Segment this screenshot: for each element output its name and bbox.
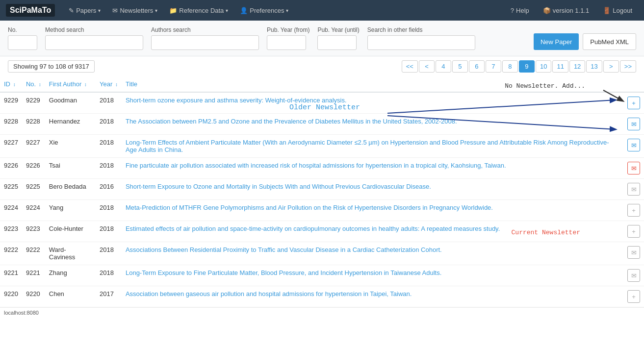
page-btn-12[interactable]: 12: [569, 60, 585, 73]
page-btn-11[interactable]: 11: [552, 60, 568, 73]
sort-icon-id: ↕: [13, 82, 16, 87]
col-no[interactable]: No. ↕: [22, 76, 45, 92]
nav-help[interactable]: ? Help: [505, 0, 535, 21]
nav-preferences[interactable]: 👤 Preferences ▾: [234, 0, 294, 21]
cell-title[interactable]: Associations Between Residential Proximi…: [122, 242, 623, 265]
table-row: 9223 9223 Cole-Hunter 2018 Estimated eff…: [0, 221, 644, 242]
table-row: 9225 9225 Bero Bedada 2016 Short-term Ex…: [0, 179, 644, 200]
pub-year-until-input[interactable]: [317, 35, 357, 50]
sort-icon-author: ↕: [84, 82, 87, 87]
nav-papers[interactable]: ✎ Papers ▾: [63, 0, 106, 21]
title-link[interactable]: Long-Term Effects of Ambient Particulate…: [126, 139, 609, 153]
method-input[interactable]: [45, 35, 143, 50]
page-btn-8[interactable]: 8: [502, 60, 518, 73]
cell-author: Xie: [45, 135, 96, 158]
add-icon[interactable]: +: [627, 290, 640, 303]
cell-id: 9226: [0, 158, 22, 179]
cell-year: 2018: [96, 158, 122, 179]
cell-title[interactable]: Meta-Prediction of MTHFR Gene Polymorphi…: [122, 200, 623, 221]
mail-icon[interactable]: ✉: [627, 162, 640, 174]
page-btn-7[interactable]: 7: [486, 60, 501, 73]
cell-title[interactable]: Fine particulate air pollution associate…: [122, 158, 623, 179]
pubmed-xml-button[interactable]: PubMed XML: [583, 33, 636, 50]
cell-title[interactable]: Long-Term Effects of Ambient Particulate…: [122, 135, 623, 158]
page-btn-5[interactable]: 5: [452, 60, 468, 73]
other-search-input[interactable]: [367, 35, 475, 50]
cell-year: 2018: [96, 221, 122, 242]
table-section: ID ↕ No. ↕ First Author ↕ Year ↕ Title 9…: [0, 76, 644, 307]
other-search-group: Search in other fields: [367, 26, 475, 50]
cell-no: 9225: [22, 179, 45, 200]
navbar-right: ? Help 📦 version 1.1.1 🚪 Logout: [505, 0, 638, 21]
title-link[interactable]: Association between gaseous air pollutio…: [126, 290, 412, 297]
cell-action: +: [623, 200, 644, 221]
cell-no: 9229: [22, 92, 45, 114]
page-btn->[interactable]: >: [603, 60, 619, 73]
cell-author: Goodman: [45, 92, 96, 114]
cell-no: 9220: [22, 286, 45, 307]
page-btn-10[interactable]: 10: [536, 60, 551, 73]
title-link[interactable]: The Association between PM2.5 and Ozone …: [126, 118, 457, 125]
col-year[interactable]: Year ↕: [96, 76, 122, 92]
cell-year: 2017: [96, 286, 122, 307]
add-icon[interactable]: +: [627, 225, 640, 238]
cell-title[interactable]: The Association between PM2.5 and Ozone …: [122, 114, 623, 135]
cell-action: ✉: [623, 135, 644, 158]
cell-title[interactable]: Long-Term Exposure to Fine Particulate M…: [122, 265, 623, 286]
nav-logout[interactable]: 🚪 Logout: [597, 0, 638, 21]
page-btn-6[interactable]: 6: [469, 60, 485, 73]
method-group: Method search: [45, 26, 143, 50]
cell-title[interactable]: Association between gaseous air pollutio…: [122, 286, 623, 307]
col-first-author[interactable]: First Author ↕: [45, 76, 96, 92]
newsletter-icon: ✉: [112, 7, 118, 14]
brand[interactable]: SciPaMaTo: [6, 4, 55, 17]
cell-author: Yang: [45, 200, 96, 221]
page-btn->>[interactable]: >>: [620, 60, 636, 73]
mail-icon[interactable]: ✉: [627, 269, 640, 282]
cell-id: 9228: [0, 114, 22, 135]
nav-help-label: Help: [516, 7, 529, 14]
title-link[interactable]: Short-term ozone exposure and asthma sev…: [126, 97, 347, 104]
table-row: 9224 9224 Yang 2018 Meta-Prediction of M…: [0, 200, 644, 221]
cell-title[interactable]: Short-term ozone exposure and asthma sev…: [122, 92, 623, 114]
cell-author: Ward-Caviness: [45, 242, 96, 265]
add-icon[interactable]: +: [627, 97, 640, 109]
pub-year-from-label: Pub. Year (from): [267, 26, 309, 33]
user-icon: 👤: [240, 7, 248, 14]
title-link[interactable]: Meta-Prediction of MTHFR Gene Polymorphi…: [126, 204, 493, 211]
cell-title[interactable]: Short-term Exposure to Ozone and Mortali…: [122, 179, 623, 200]
title-link[interactable]: Long-Term Exposure to Fine Particulate M…: [126, 269, 441, 276]
cell-year: 2018: [96, 92, 122, 114]
mail-icon[interactable]: ✉: [627, 246, 640, 259]
page-btn-9[interactable]: 9: [519, 60, 535, 73]
col-id[interactable]: ID ↕: [0, 76, 22, 92]
cell-id: 9220: [0, 286, 22, 307]
cell-action: +: [623, 92, 644, 114]
cell-action: ✉: [623, 242, 644, 265]
page-btn-<<[interactable]: <<: [402, 60, 418, 73]
mail-icon[interactable]: ✉: [627, 139, 640, 151]
new-paper-button[interactable]: New Paper: [534, 33, 579, 50]
title-link[interactable]: Short-term Exposure to Ozone and Mortali…: [126, 183, 431, 190]
pub-year-from-input[interactable]: [267, 35, 306, 50]
page-btn-<[interactable]: <: [419, 60, 435, 73]
mail-icon[interactable]: ✉: [627, 183, 640, 196]
title-link[interactable]: Estimated effects of air pollution and s…: [126, 225, 500, 232]
table-row: 9227 9227 Xie 2018 Long-Term Effects of …: [0, 135, 644, 158]
nav-reference-data[interactable]: 📁 Reference Data ▾: [163, 0, 234, 21]
nav-version[interactable]: 📦 version 1.1.1: [537, 0, 595, 21]
col-title: Title: [122, 76, 623, 92]
authors-input[interactable]: [151, 35, 259, 50]
nav-newsletters[interactable]: ✉ Newsletters ▾: [106, 0, 163, 21]
authors-label: Authors search: [151, 26, 259, 33]
add-icon[interactable]: +: [627, 204, 640, 217]
page-btn-4[interactable]: 4: [436, 60, 451, 73]
cell-year: 2018: [96, 135, 122, 158]
cell-title[interactable]: Estimated effects of air pollution and s…: [122, 221, 623, 242]
title-link[interactable]: Associations Between Residential Proximi…: [126, 246, 442, 253]
title-link[interactable]: Fine particulate air pollution associate…: [126, 162, 506, 169]
mail-icon[interactable]: ✉: [627, 118, 640, 130]
page-btn-13[interactable]: 13: [586, 60, 602, 73]
sort-icon-year: ↕: [115, 82, 118, 87]
no-input[interactable]: [8, 35, 37, 50]
